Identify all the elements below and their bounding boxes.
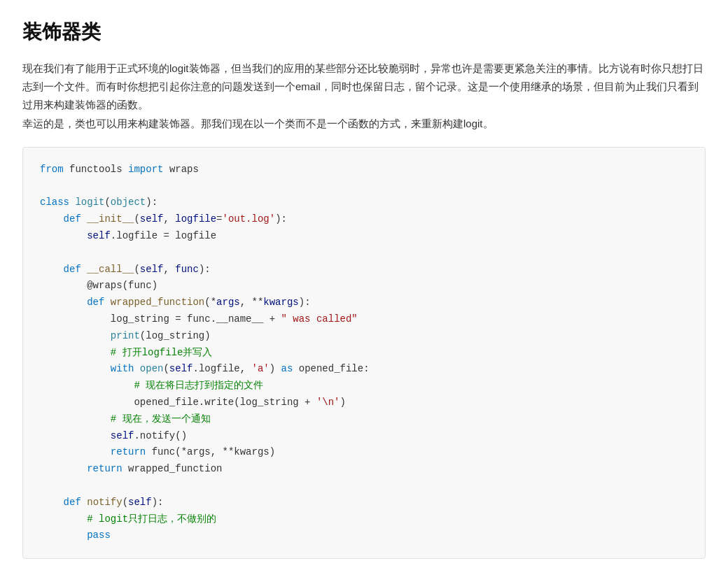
- description: 现在我们有了能用于正式环境的logit装饰器，但当我们的应用的某些部分还比较脆弱…: [22, 59, 706, 133]
- page-title: 装饰器类: [22, 17, 706, 48]
- description-line-1: 现在我们有了能用于正式环境的logit装饰器，但当我们的应用的某些部分还比较脆弱…: [22, 62, 704, 111]
- description-line-2: 幸运的是，类也可以用来构建装饰器。那我们现在以一个类而不是一个函数的方式，来重新…: [22, 118, 493, 129]
- code-block: from functools import wraps class logit(…: [22, 147, 706, 559]
